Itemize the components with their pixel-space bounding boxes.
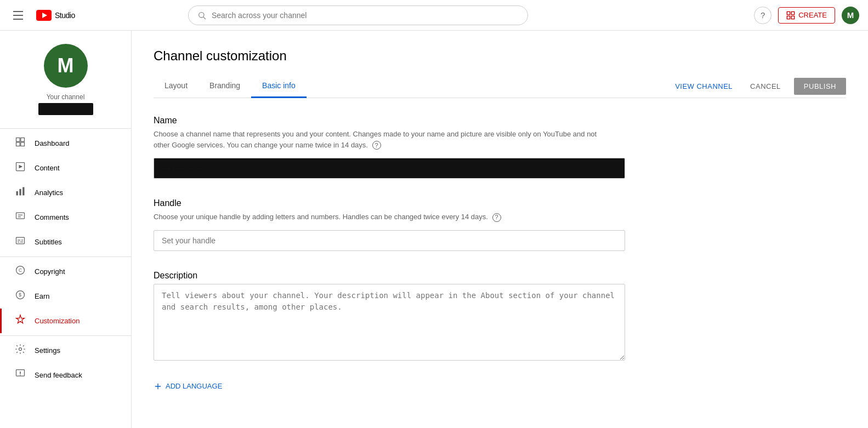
sidebar-item-content[interactable]: Content <box>0 156 131 180</box>
handle-section-desc: Choose your unique handle by adding lett… <box>154 212 603 222</box>
svg-point-32 <box>20 375 21 376</box>
hamburger-menu[interactable] <box>9 7 27 24</box>
sidebar-channel-avatar: M <box>44 44 88 88</box>
svg-rect-14 <box>16 191 18 196</box>
sidebar-item-subtitles[interactable]: Subtitles <box>0 230 131 254</box>
svg-rect-17 <box>16 213 25 219</box>
svg-rect-7 <box>792 16 795 19</box>
sidebar-divider-mid <box>0 256 131 257</box>
svg-rect-16 <box>22 187 24 196</box>
svg-rect-4 <box>787 12 790 14</box>
sidebar-comments-label: Comments <box>35 213 69 221</box>
create-button[interactable]: CREATE <box>778 7 835 24</box>
cancel-button[interactable]: CANCEL <box>746 79 785 94</box>
handle-help-icon[interactable]: ? <box>492 213 501 222</box>
description-section: Description <box>154 271 846 362</box>
sidebar-item-earn[interactable]: $ Earn <box>0 284 131 309</box>
tabs-left: Layout Branding Basic info <box>154 75 307 98</box>
studio-label: Studio <box>55 11 75 20</box>
description-textarea[interactable] <box>154 284 625 361</box>
tab-branding[interactable]: Branding <box>198 75 251 98</box>
user-avatar[interactable]: M <box>842 7 859 24</box>
svg-rect-6 <box>787 16 790 19</box>
sidebar-divider-top <box>0 128 131 129</box>
svg-rect-10 <box>16 142 20 146</box>
svg-rect-5 <box>792 12 795 14</box>
content-icon <box>15 161 26 175</box>
youtube-logo-icon <box>36 10 52 21</box>
search-bar <box>188 5 528 25</box>
svg-rect-11 <box>21 142 25 146</box>
svg-rect-9 <box>21 138 25 142</box>
main-content: Channel customization Layout Branding Ba… <box>132 31 868 428</box>
svg-line-3 <box>203 17 206 19</box>
sidebar-item-settings[interactable]: Settings <box>0 338 131 363</box>
page-title: Channel customization <box>154 48 846 64</box>
svg-marker-13 <box>19 165 23 169</box>
sidebar-item-feedback[interactable]: Send feedback <box>0 363 131 387</box>
sidebar-feedback-label: Send feedback <box>35 371 82 379</box>
sidebar-content-label: Content <box>35 164 60 172</box>
sidebar: M Your channel Dashboard Content Analyti… <box>0 31 132 428</box>
top-nav: Studio ? CREATE M <box>0 0 868 31</box>
name-section: Name Choose a channel name that represen… <box>154 116 846 179</box>
logo-link[interactable]: Studio <box>36 10 75 21</box>
sidebar-customization-label: Customization <box>35 317 80 325</box>
settings-icon <box>15 344 26 357</box>
feedback-icon <box>15 368 26 382</box>
handle-section-title: Handle <box>154 198 846 208</box>
svg-text:C: C <box>19 267 22 273</box>
analytics-icon <box>15 186 26 199</box>
svg-rect-20 <box>16 237 25 244</box>
tabs-right: VIEW CHANNEL CANCEL PUBLISH <box>671 78 846 95</box>
description-section-title: Description <box>154 271 846 281</box>
svg-rect-15 <box>19 189 21 196</box>
svg-point-29 <box>19 348 22 351</box>
copyright-icon: C <box>15 265 26 278</box>
create-icon <box>786 11 795 20</box>
sidebar-settings-label: Settings <box>35 346 60 355</box>
sidebar-dashboard-label: Dashboard <box>35 139 70 147</box>
earn-icon: $ <box>15 289 26 303</box>
sidebar-item-comments[interactable]: Comments <box>0 205 131 230</box>
sidebar-item-copyright[interactable]: C Copyright <box>0 259 131 284</box>
sidebar-item-dashboard[interactable]: Dashboard <box>0 131 131 156</box>
comments-icon <box>15 210 26 224</box>
name-help-icon[interactable]: ? <box>372 141 381 150</box>
search-icon <box>197 11 206 20</box>
app-body: M Your channel Dashboard Content Analyti… <box>0 31 868 428</box>
sidebar-item-analytics[interactable]: Analytics <box>0 180 131 205</box>
subtitles-icon <box>15 235 26 249</box>
sidebar-divider-bot <box>0 335 131 336</box>
publish-button[interactable]: PUBLISH <box>794 78 846 95</box>
name-section-title: Name <box>154 116 846 125</box>
sidebar-channel-label: Your channel <box>47 93 85 101</box>
create-label: CREATE <box>798 11 827 19</box>
handle-input[interactable] <box>154 230 625 251</box>
help-button[interactable]: ? <box>754 7 771 24</box>
sidebar-copyright-label: Copyright <box>35 267 65 276</box>
name-input[interactable] <box>154 158 625 179</box>
view-channel-button[interactable]: VIEW CHANNEL <box>671 79 737 94</box>
name-section-desc: Choose a channel name that represents yo… <box>154 129 603 150</box>
help-icon: ? <box>761 10 765 20</box>
svg-text:$: $ <box>19 292 21 298</box>
sidebar-analytics-label: Analytics <box>35 189 63 197</box>
dashboard-icon <box>15 136 26 150</box>
tab-basic-info[interactable]: Basic info <box>251 75 307 98</box>
plus-icon <box>154 382 162 391</box>
sidebar-item-customization[interactable]: Customization <box>0 309 131 333</box>
svg-rect-8 <box>16 138 20 142</box>
tabs-row: Layout Branding Basic info VIEW CHANNEL … <box>154 75 846 98</box>
search-input[interactable] <box>212 11 519 20</box>
customization-icon <box>15 314 26 328</box>
add-language-button[interactable]: ADD LANGUAGE <box>154 382 222 391</box>
handle-section: Handle Choose your unique handle by addi… <box>154 198 846 251</box>
tab-layout[interactable]: Layout <box>154 75 198 98</box>
sidebar-earn-label: Earn <box>35 292 49 300</box>
add-language-label: ADD LANGUAGE <box>166 382 222 390</box>
sidebar-channel-name <box>38 103 93 115</box>
sidebar-subtitles-label: Subtitles <box>35 238 62 246</box>
